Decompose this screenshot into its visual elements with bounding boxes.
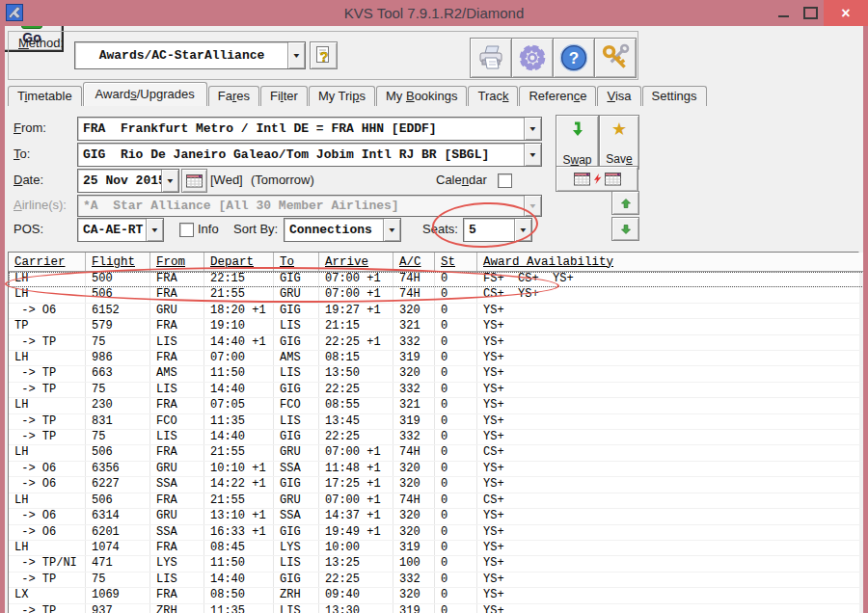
column-header-a-c[interactable]: A/C (393, 253, 435, 272)
cell-depart: 14:40 (204, 382, 274, 397)
table-row[interactable]: LH230FRA07:05FCO08:553210YS+ (9, 398, 868, 413)
cell-st: 0 (435, 413, 477, 429)
pos-label: POS: (14, 218, 43, 240)
column-header-arrive[interactable]: Arrive (319, 253, 393, 272)
table-row[interactable]: -> TP75LIS14:40 +1GIG22:25 +13320YS+ (9, 334, 868, 350)
tab-reference[interactable]: Reference (519, 86, 596, 106)
cell-flight: 75 (86, 334, 150, 350)
settings-gear-button[interactable] (511, 38, 554, 78)
column-header-depart[interactable]: Depart (204, 253, 274, 272)
table-row[interactable]: LH506FRA21:55GRU07:00 +174H0CS+ (9, 493, 868, 508)
date-dropdown-arrow-icon[interactable] (161, 170, 178, 192)
cell-depart: 21:55 (204, 493, 274, 508)
date-note-label: (Tomorrow) (251, 169, 314, 191)
sort-by-select[interactable]: Connections (284, 218, 401, 242)
from-value: FRA Frankfurt Metro / Intl DE = FRA HHN … (78, 118, 525, 140)
table-row[interactable]: LX1069FRA08:50ZRH09:403200YS+ (9, 588, 868, 603)
swap-button[interactable]: Swap (556, 115, 599, 171)
cell-to: GIG (274, 572, 319, 587)
tab-awards-upgrades[interactable]: Awards/Upgrades (83, 82, 207, 106)
cell-carrier: -> TP (9, 430, 86, 445)
method-select[interactable]: Awards/AC-StarAlliance (74, 41, 306, 69)
method-help-button[interactable]: ? (310, 41, 338, 69)
to-dropdown-arrow-icon[interactable] (524, 144, 541, 166)
cell-to: LIS (274, 413, 319, 429)
close-button[interactable]: × (824, 0, 868, 26)
results-list[interactable]: CarrierFlightFromDepartToArriveA/CStAwar… (8, 252, 859, 613)
pos-dropdown-arrow-icon[interactable] (146, 219, 163, 241)
cell-flight: 6227 (86, 477, 150, 493)
table-row[interactable]: LH506FRA21:55GRU07:00 +174H0CS+ YS+ (9, 287, 868, 303)
tab-track[interactable]: Track (468, 86, 518, 106)
help-button[interactable]: ? (553, 38, 595, 78)
table-row[interactable]: -> O66356GRU10:10 +1SSA11:48 +13200YS+ (9, 461, 868, 476)
table-row[interactable]: -> TP/NI471LYS11:50LIS13:251000YS+ (9, 556, 868, 572)
tab-filter[interactable]: Filter (260, 86, 308, 106)
sort-by-dropdown-arrow-icon[interactable] (383, 219, 400, 241)
table-row[interactable]: -> TP831FCO11:35LIS13:453190YS+ (9, 413, 868, 429)
calendar-right-icon (605, 172, 621, 186)
table-row[interactable]: -> TP75LIS14:40GIG22:253320YS+ (9, 382, 868, 397)
cell-from: AMS (150, 366, 204, 382)
table-row[interactable]: -> O66314GRU13:10 +1SSA14:37 +13200YS+ (9, 509, 868, 524)
tab-visa[interactable]: Visa (597, 86, 640, 106)
column-header-flight[interactable]: Flight (86, 253, 150, 272)
table-row[interactable]: LH506FRA21:55GRU07:00 +174H0CS+ (9, 445, 868, 461)
tab-settings[interactable]: Settings (642, 86, 707, 106)
table-row[interactable]: LH1074FRA08:45LYS10:003190YS+ (9, 540, 868, 555)
table-row[interactable]: -> TP75LIS14:40GIG22:253320YS+ (9, 572, 868, 587)
from-dropdown-arrow-icon[interactable] (524, 118, 541, 140)
title-bar[interactable]: KVS Tool 7.9.1.R2/Diamond × (0, 0, 868, 26)
maximize-button[interactable] (797, 0, 824, 26)
column-header-carrier[interactable]: Carrier (9, 253, 86, 272)
arrow-down-icon (620, 224, 632, 235)
seats-select[interactable]: 5 (463, 218, 532, 242)
cell-flight: 937 (86, 603, 150, 613)
seats-dropdown-arrow-icon[interactable] (514, 219, 531, 241)
tab-my-bookings[interactable]: My Bookings (376, 86, 467, 106)
method-dropdown-arrow-icon[interactable] (287, 42, 305, 68)
table-row[interactable]: -> O66227SSA14:22 +1GIG17:25 +13200YS+ (9, 477, 868, 493)
save-button[interactable]: ★ Save (599, 115, 639, 170)
cell-from: LIS (150, 382, 204, 397)
move-down-button[interactable] (611, 217, 639, 241)
table-row[interactable]: -> TP663AMS11:50LIS13:503200YS+ (9, 366, 868, 382)
info-checkbox[interactable] (179, 223, 194, 237)
column-header-st[interactable]: St (435, 253, 477, 272)
tab-fares[interactable]: Fares (208, 86, 259, 106)
cell-st: 0 (435, 461, 477, 476)
move-up-button[interactable] (611, 191, 639, 215)
print-button[interactable] (470, 38, 512, 78)
table-row[interactable]: LH500FRA22:15GIG07:00 +174H0FS+ CS+ YS+ (9, 272, 868, 287)
table-row[interactable]: -> O66201SSA16:33 +1GIG19:49 +13200YS+ (9, 524, 868, 540)
table-row[interactable]: -> TP937ZRH11:35LIS13:303190YS+ (9, 603, 868, 613)
cell-st: 0 (435, 509, 477, 524)
to-select[interactable]: GIG Rio De Janeiro Galeao/Tom Jobim Intl… (77, 143, 542, 167)
column-header-to[interactable]: To (274, 253, 319, 272)
cell-arrive: 10:00 (319, 540, 393, 555)
pos-select[interactable]: CA-AE-RT (77, 218, 164, 242)
cell-to: LIS (274, 603, 319, 613)
cell-award-availability: YS+ (477, 319, 868, 334)
date-calendar-button[interactable] (181, 169, 207, 193)
date-select[interactable]: 25 Nov 2015 (77, 169, 179, 193)
from-select[interactable]: FRA Frankfurt Metro / Intl DE = FRA HHN … (77, 117, 542, 141)
calendar-range-button[interactable] (556, 166, 638, 192)
cell-from: FRA (150, 272, 204, 287)
airlines-select: *A Star Alliance [All 30 Member Airlines… (77, 195, 542, 217)
table-row[interactable]: -> O66152GRU18:20 +1GIG19:27 +13200YS+ (9, 303, 868, 318)
cell-a-c: 332 (393, 382, 435, 397)
table-row[interactable]: -> TP75LIS14:40GIG22:253320YS+ (9, 430, 868, 445)
minimize-button[interactable] (770, 0, 797, 26)
calendar-checkbox[interactable] (498, 173, 512, 188)
tab-timetable[interactable]: Timetable (8, 86, 82, 106)
column-header-from[interactable]: From (150, 253, 204, 272)
cell-to: GRU (274, 493, 319, 508)
tab-my-trips[interactable]: My Trips (309, 86, 375, 106)
table-row[interactable]: LH986FRA07:00AMS08:153190YS+ (9, 351, 868, 366)
table-row[interactable]: TP579FRA19:10LIS21:153210YS+ (9, 319, 868, 334)
tools-button[interactable] (594, 38, 637, 78)
column-header-award-availability[interactable]: Award Availability (477, 253, 868, 272)
window-title: KVS Tool 7.9.1.R2/Diamond (0, 0, 868, 26)
cell-to: LIS (274, 556, 319, 572)
